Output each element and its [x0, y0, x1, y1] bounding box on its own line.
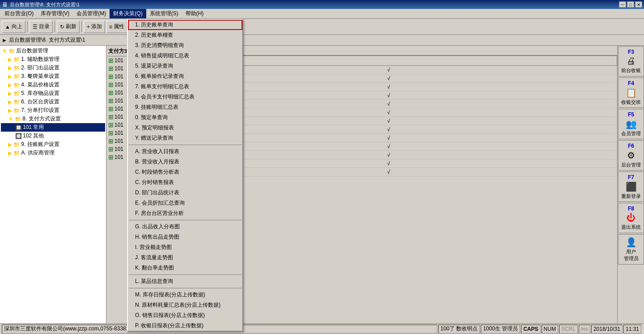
tree-item-8[interactable]: ▼ 📁 8. 支付方式设置 — [1, 115, 105, 123]
grid-icon-11: ⊞ — [108, 146, 114, 153]
tree-item-2[interactable]: ▶ 📁 2. 部门出品设置 — [1, 64, 105, 72]
tree-item-6[interactable]: ▶ 📁 6. 台区台房设置 — [1, 98, 105, 106]
folder-icon-6: ▶ 📁 — [8, 99, 20, 105]
address-label: ► — [2, 37, 7, 43]
menu-item-finance[interactable]: 财务决策(Q) — [110, 9, 146, 18]
status-scrl: SCRL — [559, 325, 578, 334]
menu-item-help[interactable]: 帮助(H) — [182, 9, 208, 18]
tree-root[interactable]: ▼ 📁 后台数据管理 — [1, 47, 105, 55]
dropdown-item-d0[interactable]: 0. 预定单查询 — [128, 112, 242, 123]
tree-item-8-1[interactable]: 🔲 101 常用 — [1, 123, 105, 132]
btn-toc-label: 目录 — [39, 23, 50, 30]
folder-icon-A: ▶ 📁 — [8, 150, 20, 156]
dropdown-item-dL[interactable]: L. 菜品信息查询 — [128, 276, 242, 287]
status-caps: CAPS — [521, 325, 540, 334]
dropdown-item-d5[interactable]: 5. 退菜记录查询 — [128, 61, 242, 71]
separator-3 — [81, 21, 82, 32]
tree-item-9[interactable]: ▶ 📁 9. 挂账账户设置 — [1, 140, 105, 149]
sidebar-icon-f3: 🖨 — [627, 56, 636, 66]
tree-item-3[interactable]: ▶ 📁 3. 餐牌菜单设置 — [1, 72, 105, 81]
dropdown-item-d2[interactable]: 2. 历史账单稽查 — [128, 30, 242, 40]
sidebar-btn-f8[interactable]: F8 ⏻ 退出系统 — [618, 203, 644, 233]
address-text: 后台数据管理\8. 支付方式设置\1 — [9, 36, 85, 44]
close-button[interactable]: ✕ — [635, 1, 642, 8]
dropdown-item-dC2[interactable]: C. 分时销售报表 — [128, 177, 242, 188]
dropdown-item-dB[interactable]: B. 营业收入月报表 — [128, 157, 242, 167]
dropdown-item-dI[interactable]: I. 营业额走势图 — [128, 242, 242, 253]
status-ins: Ins — [579, 325, 590, 334]
sidebar-btn-f3[interactable]: F3 🖨 前台收银 — [618, 46, 644, 77]
folder-icon-4: ▶ 📁 — [8, 82, 20, 88]
status-time: 11:31 — [623, 325, 641, 334]
grid-icon-10: ⊞ — [108, 137, 114, 145]
dropdown-item-dM[interactable]: M. 库存日报表(分店上传数据) — [128, 290, 242, 300]
dropdown-item-dO[interactable]: O. 销售日报表(分店上传数据) — [128, 310, 242, 321]
sidebar-label-f7: 重新登录 — [621, 193, 641, 200]
sidebar-btn-f5[interactable]: F5 👥 会员管理 — [618, 109, 644, 139]
btn-refresh[interactable]: ↻ 刷新 — [57, 21, 80, 33]
dropdown-item-dH[interactable]: H. 销售出品走势图 — [128, 232, 242, 242]
dropdown-item-dX[interactable]: X. 预定明细报表 — [128, 123, 242, 133]
dropdown-item-dN[interactable]: N. 原材料耗量汇总表(分店上传数据) — [128, 300, 242, 310]
address-bar: ► 后台数据管理\8. 支付方式设置\1 — [0, 35, 644, 46]
grid-icon-1: ⊞ — [108, 65, 114, 72]
dropdown-sep-1 — [129, 145, 242, 145]
dropdown-item-dK[interactable]: K. 翻台率走势图 — [128, 263, 242, 273]
sidebar-btn-f7[interactable]: F7 ⬛ 重新登录 — [618, 171, 644, 202]
folder-icon-9: ▶ 📁 — [8, 141, 20, 148]
grid-icon-7: ⊞ — [108, 113, 114, 120]
menu-item-about[interactable]: 前台营业(O) — [1, 9, 37, 18]
tree-item-8-2[interactable]: 🔲 102 其他 — [1, 132, 105, 140]
maximize-button[interactable]: □ — [627, 1, 634, 8]
dropdown-item-dD[interactable]: D. 部门出品统计表 — [128, 188, 242, 198]
menu-item-system[interactable]: 系统管理(S) — [146, 9, 182, 18]
tree-item-7[interactable]: ▶ 📁 7. 分单打印设置 — [1, 106, 105, 115]
sidebar-btn-user[interactable]: 👤 用户 管理员 — [618, 234, 644, 265]
tree-item-5[interactable]: ▶ 📁 5. 库存物品设置 — [1, 89, 105, 98]
folder-icon-3: ▶ 📁 — [8, 73, 20, 80]
dropdown-item-dP[interactable]: P. 收银日报表(分店上传数据) — [128, 321, 242, 331]
sidebar-btn-f4[interactable]: F4 📋 收银交班 — [618, 77, 644, 108]
dropdown-item-dE[interactable]: E. 会员折扣汇总查询 — [128, 198, 242, 208]
btn-attr[interactable]: ≡ 属性 — [106, 21, 127, 33]
folder-icon-5: ▶ 📁 — [8, 90, 20, 97]
grid-icon-9: ⊞ — [108, 129, 114, 137]
dropdown-item-d1[interactable]: 1. 历史账单查询 — [128, 20, 242, 30]
status-info1: 100了 数收明点 — [438, 325, 480, 334]
dropdown-item-d7[interactable]: 7. 账单支付明细汇总表 — [128, 81, 242, 92]
menu-item-inventory[interactable]: 库存管理(V) — [37, 9, 73, 18]
dropdown-item-dA[interactable]: A. 营业收入日报表 — [128, 146, 242, 157]
dropdown-item-d3[interactable]: 3. 历史消费明细查询 — [128, 40, 242, 51]
dropdown-item-d4[interactable]: 4. 销售提成明细汇总表 — [128, 51, 242, 61]
btn-toc[interactable]: ☰ 目录 — [30, 21, 53, 33]
node-icon-8-1: 🔲 — [15, 124, 22, 131]
dropdown-item-dJ[interactable]: J. 客流量走势图 — [128, 253, 242, 263]
dropdown-item-d9[interactable]: 9. 挂账明细汇总表 — [128, 102, 242, 112]
btn-add[interactable]: + 添加 — [84, 21, 105, 33]
sidebar-label-f3: 前台收银 — [621, 67, 641, 74]
folder-icon-8: ▼ 📁 — [8, 116, 21, 122]
sidebar-icon-f6: ⚙ — [627, 150, 635, 161]
dropdown-item-dC1[interactable]: C. 时段销售分析表 — [128, 167, 242, 177]
up-icon: ▲ — [5, 24, 10, 30]
dropdown-item-dF[interactable]: F. 房台台区营业分析 — [128, 208, 242, 218]
btn-up[interactable]: ▲ 向上 — [2, 21, 25, 33]
sidebar-icon-user: 👤 — [626, 237, 637, 248]
tree-root-label: 后台数据管理 — [16, 47, 48, 55]
folder-icon: ▼ 📁 — [2, 48, 15, 54]
dropdown-item-d6[interactable]: 6. 账单操作记录查询 — [128, 71, 242, 81]
sidebar-label-user: 用户 管理员 — [624, 248, 639, 262]
tree-item-A[interactable]: ▶ 📁 A. 供应商管理 — [1, 149, 105, 157]
dropdown-item-d8[interactable]: 8. 会员卡支付明细汇总表 — [128, 92, 242, 102]
btn-up-label: 向上 — [12, 23, 22, 30]
tree-item-4[interactable]: ▶ 📁 4. 菜品价格设置 — [1, 81, 105, 89]
dropdown-item-dY[interactable]: Y. 赠送记录查询 — [128, 133, 242, 143]
sidebar-btn-f6[interactable]: F6 ⚙ 后台管理 — [618, 140, 644, 171]
node-icon-8-2: 🔲 — [15, 133, 22, 139]
grid-icon-6: ⊞ — [108, 105, 114, 112]
sidebar-icon-f7: ⬛ — [626, 181, 637, 192]
dropdown-item-dG[interactable]: G. 出品收入分布图 — [128, 222, 242, 232]
menu-item-member[interactable]: 会员管理(M) — [73, 9, 110, 18]
minimize-button[interactable]: ─ — [619, 1, 626, 8]
tree-item-1[interactable]: ▶ 📁 1. 辅助数据管理 — [1, 55, 105, 64]
